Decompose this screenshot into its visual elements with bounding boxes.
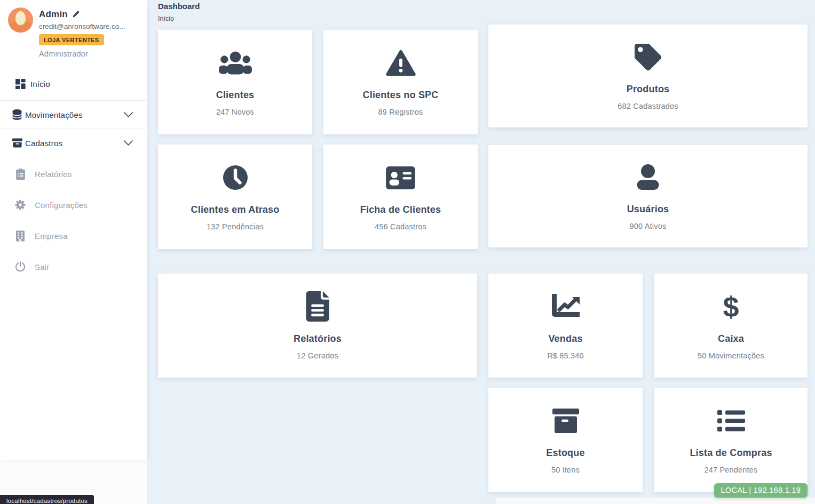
card-title: Lista de Compras — [690, 447, 772, 459]
sidebar-item-movimentacoes[interactable]: Movimentações — [0, 100, 147, 129]
card-subtitle: 682 Cadastrados — [618, 102, 678, 110]
app-window: Admin credit@anronsoftware.co... LOJA VE… — [0, 0, 815, 504]
clock-icon — [223, 163, 248, 193]
card-subtitle: R$ 85.340 — [547, 351, 584, 360]
clipboard-list-icon — [15, 169, 26, 179]
breadcrumb: Início — [147, 11, 815, 22]
box-icon — [552, 406, 579, 436]
sidebar-item-label: Sair — [35, 262, 49, 271]
card-estoque[interactable]: Estoque 50 Itens — [488, 388, 643, 492]
card-subtitle: 50 Movimentações — [698, 351, 764, 360]
building-icon — [15, 230, 26, 241]
list-icon — [717, 406, 745, 436]
edit-profile-icon[interactable] — [72, 11, 80, 18]
card-subtitle: 132 Pendências — [207, 222, 264, 231]
card-vendas[interactable]: Vendas R$ 85.340 — [488, 274, 643, 378]
sidebar-item-relatorios[interactable]: Relatórios — [0, 158, 147, 189]
card-title: Relatórios — [294, 333, 342, 345]
card-subtitle: 247 Pendentes — [704, 466, 757, 474]
chevron-down-icon — [123, 111, 133, 118]
card-subtitle: 50 Itens — [551, 466, 580, 474]
card-title: Clientes em Atraso — [191, 204, 280, 215]
card-title: Ficha de Clientes — [360, 204, 441, 215]
card-clientes-em-atraso[interactable]: Clientes em Atraso 132 Pendências — [158, 145, 312, 249]
card-subtitle: 456 Cadastros — [375, 222, 426, 231]
warning-triangle-icon — [386, 48, 416, 78]
profile-section: Admin credit@anronsoftware.co... LOJA VE… — [0, 0, 147, 63]
dollar-icon: $ — [723, 292, 739, 322]
bottom-strip — [496, 498, 815, 504]
database-icon — [12, 109, 22, 120]
chevron-down-icon — [123, 140, 133, 146]
sidebar-item-label: Configurações — [35, 201, 88, 210]
card-produtos[interactable]: Produtos 682 Cadastrados — [488, 25, 808, 127]
card-clientes-spc[interactable]: Clientes no SPC 89 Registros — [323, 30, 478, 134]
archive-icon — [12, 138, 22, 148]
sidebar: Admin credit@anronsoftware.co... LOJA VE… — [0, 0, 147, 460]
sidebar-item-cadastros[interactable]: Cadastros — [0, 129, 147, 157]
card-subtitle: 900 Ativos — [630, 222, 667, 230]
card-title: Clientes no SPC — [362, 90, 438, 101]
card-subtitle: 247 Novos — [216, 108, 254, 116]
tag-icon — [635, 42, 661, 72]
link-preview-tooltip: localhost/cadastros/produtos — [0, 495, 94, 504]
card-title: Produtos — [627, 84, 670, 95]
sidebar-item-inicio[interactable]: Início — [0, 71, 147, 97]
gear-icon — [15, 199, 26, 210]
card-clientes[interactable]: Clientes 247 Novos — [158, 30, 312, 134]
chart-line-icon — [552, 292, 580, 322]
store-badge: LOJA VERTENTES — [39, 34, 104, 45]
users-icon — [219, 48, 252, 78]
document-icon — [306, 292, 329, 322]
page-title: Dashboard — [147, 0, 815, 11]
avatar — [8, 7, 33, 33]
card-title: Usuários — [627, 204, 669, 215]
profile-role: Administrador — [39, 50, 139, 58]
sidebar-item-label: Cadastros — [25, 139, 62, 148]
profile-name: Admin — [39, 9, 68, 20]
card-title: Estoque — [546, 447, 584, 459]
environment-badge: LOCAL | 192.168.1.19 — [714, 483, 808, 498]
card-subtitle: 89 Registros — [378, 108, 423, 116]
card-title: Caixa — [718, 333, 744, 345]
id-card-icon — [386, 163, 415, 193]
card-lista-de-compras[interactable]: Lista de Compras 247 Pendentes — [654, 388, 808, 492]
card-subtitle: 12 Gerados — [297, 351, 338, 360]
card-relatorios[interactable]: Relatórios 12 Gerados — [158, 274, 477, 378]
sidebar-item-label: Relatórios — [35, 170, 72, 179]
grid-icon — [15, 78, 26, 89]
card-ficha-de-clientes[interactable]: Ficha de Clientes 456 Cadastros — [323, 145, 478, 249]
card-title: Vendas — [548, 333, 582, 345]
card-usuarios[interactable]: Usuários 900 Ativos — [488, 145, 808, 247]
power-icon — [15, 261, 26, 272]
main-content: Dashboard Início Clientes 247 Novos — [147, 0, 815, 504]
sidebar-item-label: Empresa — [35, 231, 67, 241]
sidebar-item-label: Movimentações — [25, 110, 83, 119]
card-caixa[interactable]: $ Caixa 50 Movimentações — [654, 274, 808, 378]
sidebar-item-sair[interactable]: Sair — [0, 251, 147, 282]
profile-email: credit@anronsoftware.co... — [39, 22, 139, 30]
sidebar-item-configuracoes[interactable]: Configurações — [0, 189, 147, 220]
card-title: Clientes — [216, 90, 255, 101]
sidebar-nav: Início Movimentações — [0, 71, 147, 282]
user-icon — [636, 162, 660, 192]
sidebar-item-empresa[interactable]: Empresa — [0, 220, 147, 251]
sidebar-item-label: Início — [30, 79, 50, 89]
